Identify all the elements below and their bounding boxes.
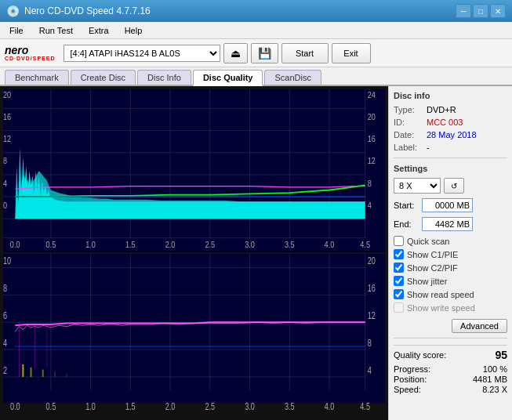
svg-text:0.0: 0.0 xyxy=(10,400,20,411)
quick-scan-checkbox[interactable] xyxy=(394,236,404,246)
svg-text:4: 4 xyxy=(368,365,372,376)
disc-type-val: DVD+R xyxy=(427,105,456,114)
svg-text:8: 8 xyxy=(368,179,372,188)
show-read-speed-label: Show read speed xyxy=(407,290,474,299)
disc-date-val: 28 May 2018 xyxy=(427,130,477,139)
nero-sub-text: CD·DVD/SPEED xyxy=(5,56,56,61)
menu-run-test[interactable]: Run Test xyxy=(33,24,79,37)
svg-text:3.0: 3.0 xyxy=(245,240,255,249)
disc-type-key: Type: xyxy=(394,105,423,114)
svg-text:3.0: 3.0 xyxy=(245,400,255,411)
progress-value: 100 % xyxy=(483,364,507,374)
eject-button[interactable]: ⏏ xyxy=(223,43,248,63)
end-row: End: 4482 MB xyxy=(394,217,507,231)
tab-disc-quality[interactable]: Disc Quality xyxy=(193,70,263,86)
tab-scan-disc[interactable]: ScanDisc xyxy=(264,70,321,85)
menu-file[interactable]: File xyxy=(3,24,30,37)
bottom-chart-svg: 10 8 6 4 2 20 16 12 8 4 0.0 0.5 1.0 1.5 … xyxy=(3,254,385,417)
svg-text:0.5: 0.5 xyxy=(46,400,56,411)
exit-button[interactable]: Exit xyxy=(332,43,371,63)
svg-text:2: 2 xyxy=(3,365,7,376)
show-c2-row: Show C2/PIF xyxy=(394,262,507,273)
show-write-speed-checkbox[interactable] xyxy=(394,302,404,313)
svg-text:16: 16 xyxy=(368,283,376,294)
speed-row-progress: Speed: 8.23 X xyxy=(394,385,507,394)
save-button[interactable]: 💾 xyxy=(251,43,278,63)
svg-text:16: 16 xyxy=(368,134,376,143)
quick-scan-row: Quick scan xyxy=(394,236,507,246)
svg-rect-42 xyxy=(3,254,385,404)
disc-date-row: Date: 28 May 2018 xyxy=(394,130,507,139)
chart-top: 20 16 12 8 4 0 24 20 16 12 8 4 0.0 0.5 1… xyxy=(3,89,385,252)
start-input[interactable]: 0000 MB xyxy=(422,198,473,212)
svg-text:1.5: 1.5 xyxy=(125,240,136,249)
end-input[interactable]: 4482 MB xyxy=(422,217,473,231)
show-c1-label: Show C1/PIE xyxy=(407,250,458,259)
svg-text:4.0: 4.0 xyxy=(325,240,335,249)
svg-text:1.0: 1.0 xyxy=(85,400,96,411)
quality-score-value: 95 xyxy=(495,349,507,361)
progress-section: Progress: 100 % Position: 4481 MB Speed:… xyxy=(394,364,507,395)
svg-text:0: 0 xyxy=(3,201,7,210)
menu-bar: File Run Test Extra Help xyxy=(0,22,512,39)
tab-disc-info[interactable]: Disc Info xyxy=(137,70,191,85)
svg-text:12: 12 xyxy=(368,310,376,321)
start-button[interactable]: Start xyxy=(281,43,329,63)
show-jitter-checkbox[interactable] xyxy=(394,276,404,286)
svg-rect-0 xyxy=(3,89,385,252)
tabs: Benchmark Create Disc Disc Info Disc Qua… xyxy=(0,67,512,86)
right-panel: Disc info Type: DVD+R ID: MCC 003 Date: … xyxy=(388,86,512,420)
nero-brand-text: nero xyxy=(5,45,56,56)
menu-extra[interactable]: Extra xyxy=(82,24,115,37)
title-controls: ─ □ ✕ xyxy=(456,4,506,18)
quality-score-row: Quality score: 95 xyxy=(394,345,507,361)
title-bar: 💿 Nero CD-DVD Speed 4.7.7.16 ─ □ ✕ xyxy=(0,0,512,22)
title-text: Nero CD-DVD Speed 4.7.7.16 xyxy=(24,5,151,16)
tab-benchmark[interactable]: Benchmark xyxy=(5,70,69,85)
svg-text:2.0: 2.0 xyxy=(165,400,176,411)
disc-date-key: Date: xyxy=(394,130,423,139)
svg-text:8: 8 xyxy=(3,157,7,166)
tab-create-disc[interactable]: Create Disc xyxy=(71,70,136,85)
svg-text:6: 6 xyxy=(3,310,7,321)
speed-refresh-button[interactable]: ↺ xyxy=(444,178,464,194)
show-write-speed-label: Show write speed xyxy=(407,303,475,313)
show-c2-checkbox[interactable] xyxy=(394,262,404,273)
nero-logo: nero CD·DVD/SPEED xyxy=(5,45,56,61)
svg-text:20: 20 xyxy=(368,255,376,266)
svg-text:20: 20 xyxy=(3,90,11,100)
svg-text:20: 20 xyxy=(368,112,376,121)
disc-info-label: Disc info xyxy=(394,91,507,100)
menu-help[interactable]: Help xyxy=(118,24,149,37)
title-icon: 💿 xyxy=(6,5,20,17)
svg-text:8: 8 xyxy=(3,283,7,294)
speed-label: Speed: xyxy=(394,385,421,394)
progress-row: Progress: 100 % xyxy=(394,364,507,374)
maximize-button[interactable]: □ xyxy=(473,4,488,18)
svg-text:0.5: 0.5 xyxy=(46,240,56,249)
svg-text:4: 4 xyxy=(3,338,7,349)
show-read-speed-checkbox[interactable] xyxy=(394,289,404,299)
quality-score-label: Quality score: xyxy=(394,350,446,360)
svg-text:3.5: 3.5 xyxy=(285,400,295,411)
position-value: 4481 MB xyxy=(473,375,507,384)
svg-text:4.5: 4.5 xyxy=(360,240,370,249)
minimize-button[interactable]: ─ xyxy=(456,4,471,18)
close-button[interactable]: ✕ xyxy=(490,4,506,18)
show-c1-checkbox[interactable] xyxy=(394,249,404,259)
disc-label-key: Label: xyxy=(394,143,423,152)
speed-dropdown[interactable]: 8 X Max 1 X 4 X 16 X xyxy=(394,178,441,194)
show-write-speed-row: Show write speed xyxy=(394,302,507,313)
speed-value: 8.23 X xyxy=(482,385,507,394)
advanced-button[interactable]: Advanced xyxy=(452,319,507,333)
top-chart-svg: 20 16 12 8 4 0 24 20 16 12 8 4 0.0 0.5 1… xyxy=(3,89,385,252)
svg-text:10: 10 xyxy=(3,255,11,266)
svg-text:2.5: 2.5 xyxy=(205,240,215,249)
main-content: 20 16 12 8 4 0 24 20 16 12 8 4 0.0 0.5 1… xyxy=(0,86,512,420)
svg-text:0.0: 0.0 xyxy=(10,240,20,249)
svg-text:12: 12 xyxy=(3,134,11,143)
start-label: Start: xyxy=(394,201,419,210)
svg-text:3.5: 3.5 xyxy=(285,240,295,249)
toolbar: nero CD·DVD/SPEED [4:4] ATAPI iHAS124 B … xyxy=(0,39,512,67)
drive-dropdown[interactable]: [4:4] ATAPI iHAS124 B AL0S xyxy=(64,45,220,62)
